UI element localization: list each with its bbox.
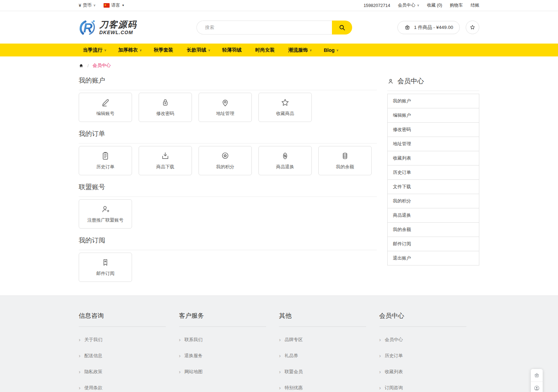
caret-down-icon: ▼	[122, 4, 125, 7]
order-card[interactable]: 商品退换	[258, 146, 312, 175]
sidebar-item[interactable]: 地址管理	[388, 137, 479, 151]
chevron-down-icon: ∨	[208, 48, 210, 52]
search-bar	[196, 21, 352, 34]
footer-link[interactable]: › 使用条款	[79, 385, 179, 391]
nav-item[interactable]: 时尚女装	[249, 44, 282, 56]
footer-link[interactable]: › 礼品券	[279, 353, 379, 359]
footer-link[interactable]: › 网站地图	[179, 369, 279, 375]
footer-link[interactable]: › 收藏列表	[379, 369, 480, 375]
card-label: 邮件订阅	[96, 270, 115, 277]
footer-link[interactable]: › 配送信息	[79, 353, 179, 359]
topbar-member-center[interactable]: 会员中心 ∨	[398, 2, 419, 8]
chevron-right-icon: ›	[79, 337, 80, 342]
footer-link[interactable]: › 隐私政策	[79, 369, 179, 375]
floating-account-button[interactable]	[531, 382, 543, 392]
footer-link[interactable]: › 退换服务	[179, 353, 279, 359]
language-selector[interactable]: 语言 ▼	[103, 2, 125, 8]
footer-column-title: 客户服务	[179, 307, 279, 326]
section-title-orders: 我的订单	[79, 122, 377, 144]
nav-item-label: 时尚女装	[255, 47, 275, 53]
affiliate-card[interactable]: 注册推广联盟账号	[79, 199, 132, 229]
sidebar-item[interactable]: 退出账户	[388, 251, 479, 265]
wishlist-button[interactable]	[466, 21, 479, 34]
cart-summary-button[interactable]: 1 件商品 - ¥449.00	[397, 21, 460, 34]
currency-selector[interactable]: ¥ 货币 ∨	[79, 2, 96, 8]
footer-link-label: 品牌专区	[285, 337, 303, 343]
sidebar-item[interactable]: 收藏列表	[388, 151, 479, 166]
footer-link[interactable]: › 历史订单	[379, 353, 480, 359]
sidebar-item[interactable]: 邮件订阅	[388, 237, 479, 251]
footer-link[interactable]: › 联系我们	[179, 337, 279, 343]
account-card[interactable]: 收藏商品	[258, 93, 312, 122]
site-logo[interactable]: R 刀客源码 DKEWL.COM	[79, 19, 137, 36]
card-label: 商品下载	[156, 164, 175, 170]
footer-link[interactable]: › 关于我们	[79, 337, 179, 343]
divider	[279, 326, 366, 327]
account-card[interactable]: 地址管理	[199, 93, 252, 122]
nav-item[interactable]: 加厚棉衣 ∨	[113, 44, 148, 56]
nav-item[interactable]: Blog ∨	[318, 44, 344, 56]
card-label: 我的余额	[336, 164, 354, 170]
sidebar-item[interactable]: 商品退换	[388, 208, 479, 223]
basket-icon	[404, 24, 411, 31]
footer-link[interactable]: › 特别优惠	[279, 385, 379, 391]
sidebar-item[interactable]: 修改密码	[388, 123, 479, 137]
location-pin-icon	[220, 98, 230, 107]
footer-link[interactable]: › 会员中心	[379, 337, 480, 343]
sidebar-item[interactable]: 编辑账户	[388, 108, 479, 123]
footer-link[interactable]: › 订阅咨询	[379, 385, 480, 391]
star-icon	[280, 98, 290, 107]
topbar-cart[interactable]: 购物车	[450, 2, 463, 8]
chevron-right-icon: ›	[279, 369, 281, 374]
topbar-wishlist[interactable]: 收藏 (0)	[427, 2, 442, 8]
floating-cart-button[interactable]	[531, 369, 543, 382]
order-card[interactable]: 我的积分	[199, 146, 252, 175]
currency-symbol: ¥	[79, 3, 81, 8]
account-card[interactable]: 修改密码	[139, 93, 192, 122]
nav-item[interactable]: 当季流行 ∨	[79, 44, 113, 56]
sidebar-item[interactable]: 我的余额	[388, 223, 479, 237]
bookmark-plus-icon	[101, 258, 110, 267]
card-label: 收藏商品	[276, 110, 294, 117]
member-sidebar: 会员中心 我的账户编辑账户修改密码地址管理收藏列表历史订单文件下载我的积分商品退…	[387, 69, 479, 266]
nav-item[interactable]: 秋季套装	[148, 44, 181, 56]
svg-text:R: R	[83, 21, 93, 35]
logo-subtitle: DKEWL.COM	[99, 30, 137, 35]
footer-link-label: 配送信息	[84, 353, 102, 359]
order-card[interactable]: 商品下载	[139, 146, 192, 175]
chevron-right-icon: ›	[179, 369, 181, 374]
sidebar-item[interactable]: 我的账户	[388, 94, 479, 108]
card-label: 我的积分	[216, 164, 234, 170]
footer-link-label: 联系我们	[185, 337, 203, 343]
section-title-newsletter: 我的订阅	[79, 229, 377, 250]
search-button[interactable]	[332, 21, 352, 34]
breadcrumb-current[interactable]: 会员中心	[93, 62, 111, 69]
chevron-right-icon: ›	[279, 385, 281, 390]
magnifier-icon	[338, 24, 346, 31]
footer-link[interactable]: › 品牌专区	[279, 337, 379, 343]
newsletter-card[interactable]: 邮件订阅	[79, 253, 132, 282]
sidebar-item[interactable]: 文件下载	[388, 180, 479, 194]
lock-icon	[161, 98, 170, 107]
nav-item[interactable]: 轻薄羽绒	[216, 44, 249, 56]
logo-swoosh-icon: R	[79, 19, 97, 36]
sidebar-item[interactable]: 历史订单	[388, 166, 479, 180]
nav-item-label: 潮流服饰	[288, 47, 308, 53]
order-history-icon	[101, 151, 110, 161]
order-card[interactable]: 历史订单	[79, 146, 132, 175]
currency-label: 货币	[83, 2, 92, 8]
nav-item[interactable]: 长款羽绒 ∨	[181, 44, 216, 56]
footer-link-label: 关于我们	[84, 337, 102, 343]
order-card[interactable]: 我的余额	[318, 146, 372, 175]
topbar-checkout[interactable]: 结账	[471, 2, 479, 8]
chevron-right-icon: ›	[379, 385, 381, 390]
home-icon[interactable]	[79, 63, 84, 68]
chevron-right-icon: ›	[379, 337, 381, 342]
footer-column-extras: 其他 › 品牌专区 › 礼品券 › 联盟会员 › 特别优惠	[279, 307, 379, 391]
nav-item-label: 加厚棉衣	[118, 47, 138, 53]
footer-link[interactable]: › 联盟会员	[279, 369, 379, 375]
account-card[interactable]: 编辑账号	[79, 93, 132, 122]
nav-item[interactable]: 潮流服饰 ∨	[282, 44, 318, 56]
sidebar-item[interactable]: 我的积分	[388, 194, 479, 208]
search-input[interactable]	[196, 21, 332, 34]
